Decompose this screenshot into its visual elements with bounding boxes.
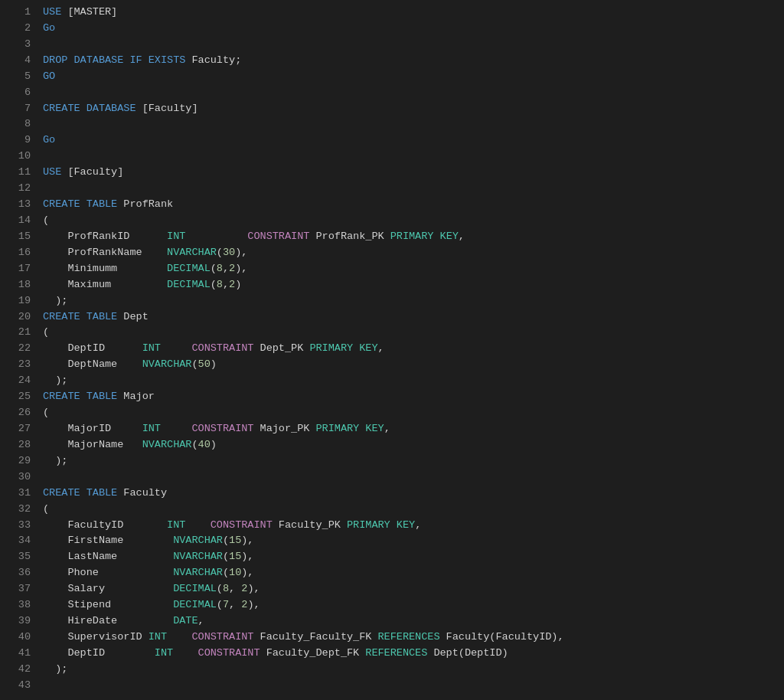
line-number: 29	[6, 453, 31, 469]
code-line: );	[43, 662, 784, 678]
code-line	[43, 116, 784, 132]
code-line: CREATE DATABASE [Faculty]	[43, 101, 784, 117]
line-number: 30	[6, 469, 31, 486]
code-line: (	[43, 325, 784, 341]
code-line: MajorID INT CONSTRAINT Major_PK PRIMARY …	[43, 421, 784, 437]
line-number: 31	[6, 486, 31, 502]
line-number: 6	[6, 85, 31, 101]
line-number: 2	[6, 21, 31, 37]
line-number: 10	[6, 149, 31, 165]
code-line: GO	[43, 69, 784, 85]
line-number: 23	[6, 357, 31, 373]
code-line: );	[43, 293, 784, 309]
line-number: 39	[6, 613, 31, 630]
code-line: );	[43, 453, 784, 469]
line-number: 5	[6, 69, 31, 85]
line-number: 40	[6, 630, 31, 646]
line-number: 41	[6, 646, 31, 662]
line-number: 14	[6, 213, 31, 229]
code-line: LastName NVARCHAR(15),	[43, 549, 784, 565]
code-line	[43, 37, 784, 53]
line-number: 17	[6, 261, 31, 277]
line-number: 20	[6, 309, 31, 325]
code-line: USE [Faculty]	[43, 165, 784, 181]
code-line	[43, 181, 784, 197]
code-line: (	[43, 502, 784, 518]
line-number: 33	[6, 518, 31, 534]
code-line: ProfRankName NVARCHAR(30),	[43, 245, 784, 261]
code-line: Salary DECIMAL(8, 2),	[43, 581, 784, 597]
line-number: 11	[6, 165, 31, 181]
line-number: 3	[6, 37, 31, 53]
line-number: 43	[6, 678, 31, 694]
code-line: CREATE TABLE Faculty	[43, 486, 784, 502]
line-number: 32	[6, 502, 31, 518]
line-number: 7	[6, 101, 31, 117]
code-line: CREATE TABLE ProfRank	[43, 197, 784, 213]
line-number: 12	[6, 181, 31, 197]
code-line	[43, 678, 784, 694]
line-number: 1	[6, 5, 31, 21]
line-number: 24	[6, 373, 31, 389]
line-number: 38	[6, 597, 31, 613]
code-line: DROP DATABASE IF EXISTS Faculty;	[43, 53, 784, 69]
code-line: CREATE TABLE Major	[43, 389, 784, 405]
code-line: Go	[43, 21, 784, 37]
line-number: 25	[6, 389, 31, 405]
line-number: 16	[6, 245, 31, 261]
line-number: 4	[6, 53, 31, 69]
code-line: (	[43, 405, 784, 421]
code-line	[43, 469, 784, 486]
code-line: Stipend DECIMAL(7, 2),	[43, 597, 784, 613]
line-number: 13	[6, 197, 31, 213]
line-number: 36	[6, 565, 31, 581]
line-number: 27	[6, 421, 31, 437]
code-line: Phone NVARCHAR(10),	[43, 565, 784, 581]
line-number: 35	[6, 549, 31, 565]
code-line: USE [MASTER]	[43, 5, 784, 21]
code-line: ProfRankID INT CONSTRAINT ProfRank_PK PR…	[43, 229, 784, 245]
line-number: 22	[6, 341, 31, 357]
line-number: 21	[6, 325, 31, 341]
line-numbers: 1234567891011121314151617181920212223242…	[0, 5, 37, 695]
code-line: DeptName NVARCHAR(50)	[43, 357, 784, 373]
code-area: USE [MASTER]Go DROP DATABASE IF EXISTS F…	[37, 5, 784, 695]
code-line: MajorName NVARCHAR(40)	[43, 437, 784, 453]
line-number: 26	[6, 405, 31, 421]
line-number: 18	[6, 277, 31, 293]
code-line: DeptID INT CONSTRAINT Faculty_Dept_FK RE…	[43, 646, 784, 662]
line-number: 34	[6, 533, 31, 549]
code-line	[43, 85, 784, 101]
line-number: 9	[6, 132, 31, 149]
code-line: HireDate DATE,	[43, 613, 784, 630]
code-line: );	[43, 373, 784, 389]
code-line: CREATE TABLE Dept	[43, 309, 784, 325]
code-line	[43, 149, 784, 165]
code-line: Go	[43, 132, 784, 149]
code-line: Maximum DECIMAL(8,2)	[43, 277, 784, 293]
line-number: 42	[6, 662, 31, 678]
line-number: 19	[6, 293, 31, 309]
line-number: 8	[6, 116, 31, 132]
line-number: 15	[6, 229, 31, 245]
code-line: DeptID INT CONSTRAINT Dept_PK PRIMARY KE…	[43, 341, 784, 357]
code-line: FacultyID INT CONSTRAINT Faculty_PK PRIM…	[43, 518, 784, 534]
line-number: 37	[6, 581, 31, 597]
code-line: SupervisorID INT CONSTRAINT Faculty_Facu…	[43, 630, 784, 646]
line-number: 28	[6, 437, 31, 453]
code-line: (	[43, 213, 784, 229]
code-editor: 1234567891011121314151617181920212223242…	[0, 0, 784, 700]
code-line: FirstName NVARCHAR(15),	[43, 533, 784, 549]
code-line: Minimumm DECIMAL(8,2),	[43, 261, 784, 277]
